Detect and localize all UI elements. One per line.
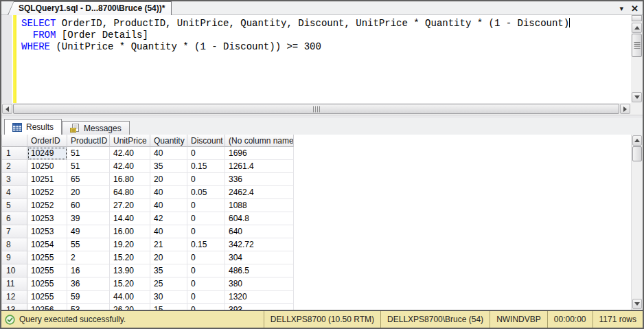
grid-cell[interactable]: 0 (187, 304, 225, 310)
scroll-up-button[interactable] (632, 135, 642, 146)
grid-cell[interactable]: 0 (187, 212, 225, 225)
document-tab[interactable]: SQLQuery1.sql - D...8700\Bruce (54))* (8, 1, 172, 15)
grid-cell[interactable]: 0.15 (187, 238, 225, 251)
grid-cell[interactable]: 10251 (27, 173, 67, 186)
grid-cell[interactable]: 20 (150, 173, 187, 186)
grid-cell[interactable]: 0 (187, 225, 225, 238)
column-header[interactable]: Discount (187, 135, 225, 147)
column-header[interactable]: (No column name) (225, 135, 294, 147)
grid-cell[interactable]: 36 (67, 277, 110, 291)
grid-cell[interactable]: 640 (225, 225, 294, 238)
grid-cell[interactable]: 10253 (27, 225, 67, 238)
grid-cell[interactable]: 21 (150, 238, 187, 251)
grid-cell[interactable]: 42.40 (110, 160, 150, 173)
grid-cell[interactable]: 0.05 (187, 186, 225, 199)
grid-cell[interactable]: 16.80 (110, 173, 150, 186)
grid-cell[interactable]: 0 (187, 147, 225, 160)
grid-cell[interactable]: 15.20 (110, 277, 150, 291)
grid-cell[interactable]: 51 (67, 160, 110, 173)
grid-cell[interactable]: 65 (67, 173, 110, 186)
grid-cell[interactable]: 393 (225, 304, 294, 310)
column-header[interactable]: Quantity (150, 135, 187, 147)
grid-cell[interactable]: 0 (187, 199, 225, 212)
grid-cell[interactable]: 10252 (27, 199, 67, 212)
scroll-track[interactable] (631, 57, 643, 91)
grid-cell[interactable]: 10253 (27, 212, 67, 225)
grid-cell[interactable]: 0 (187, 291, 225, 304)
row-header[interactable]: 10 (2, 264, 27, 277)
grid-corner[interactable] (2, 135, 27, 147)
grid-cell[interactable]: 42.40 (110, 147, 150, 160)
row-header[interactable]: 5 (2, 199, 27, 212)
column-header[interactable]: UnitPrice (110, 135, 150, 147)
row-header[interactable]: 4 (2, 186, 27, 199)
grid-cell[interactable]: 53 (67, 304, 110, 310)
scrollbar-thumb[interactable] (13, 104, 619, 114)
grid-cell[interactable]: 10255 (27, 251, 67, 264)
grid-cell[interactable]: 10254 (27, 238, 67, 251)
scroll-up-button[interactable] (632, 23, 642, 33)
grid-cell[interactable]: 16 (67, 264, 110, 277)
grid-cell[interactable]: 604.8 (225, 212, 294, 225)
grid-cell[interactable]: 40 (150, 186, 187, 199)
row-header[interactable]: 3 (2, 173, 27, 186)
grid-cell[interactable]: 2462.4 (225, 186, 294, 199)
editor-horizontal-scrollbar[interactable] (1, 103, 631, 115)
row-header[interactable]: 6 (2, 212, 27, 225)
grid-cell[interactable]: 336 (225, 173, 294, 186)
grid-cell[interactable]: 0 (187, 173, 225, 186)
grid-cell[interactable]: 20 (67, 186, 110, 199)
active-files-dropdown-icon[interactable]: ▾ (620, 5, 624, 12)
grid-cell[interactable]: 44.00 (110, 291, 150, 304)
grid-cell[interactable]: 15.20 (110, 251, 150, 264)
grid-cell[interactable]: 35 (150, 160, 187, 173)
row-header[interactable]: 9 (2, 251, 27, 264)
grid-cell[interactable]: 380 (225, 277, 294, 291)
grid-cell[interactable]: 25 (150, 277, 187, 291)
grid-cell[interactable]: 30 (150, 291, 187, 304)
scroll-down-button[interactable] (632, 299, 642, 309)
grid-cell[interactable]: 26.20 (110, 304, 150, 310)
grid-cell[interactable]: 10255 (27, 277, 67, 291)
grid-cell[interactable]: 10249 (27, 147, 67, 160)
row-header[interactable]: 13 (2, 304, 27, 310)
scroll-track[interactable] (632, 161, 643, 298)
grid-cell[interactable]: 51 (67, 147, 110, 160)
grid-cell[interactable]: 13.90 (110, 264, 150, 277)
scrollbar-thumb[interactable] (632, 34, 642, 57)
grid-cell[interactable]: 0 (187, 264, 225, 277)
row-header[interactable]: 8 (2, 238, 27, 251)
grid-cell[interactable]: 0 (187, 251, 225, 264)
grid-cell[interactable]: 60 (67, 199, 110, 212)
row-header[interactable]: 12 (2, 291, 27, 304)
grid-cell[interactable]: 304 (225, 251, 294, 264)
grid-cell[interactable]: 39 (67, 212, 110, 225)
grid-cell[interactable]: 1696 (225, 147, 294, 160)
grid-cell[interactable]: 35 (150, 264, 187, 277)
grid-cell[interactable]: 0.15 (187, 160, 225, 173)
tab-results[interactable]: Results (4, 119, 62, 135)
results-vertical-scrollbar[interactable] (631, 135, 643, 310)
grid-cell[interactable]: 2 (67, 251, 110, 264)
grid-cell[interactable]: 0 (187, 277, 225, 291)
tab-messages[interactable]: Messages (62, 121, 130, 135)
grid-cell[interactable]: 1088 (225, 199, 294, 212)
grid-cell[interactable]: 10252 (27, 186, 67, 199)
editor-split-handle[interactable] (632, 15, 642, 21)
grid-cell[interactable]: 14.40 (110, 212, 150, 225)
grid-cell[interactable]: 15 (150, 304, 187, 310)
grid-cell[interactable]: 40 (150, 147, 187, 160)
scroll-left-button[interactable] (2, 104, 12, 114)
row-header[interactable]: 11 (2, 277, 27, 291)
grid-cell[interactable]: 1320 (225, 291, 294, 304)
grid-cell[interactable]: 19.20 (110, 238, 150, 251)
grid-cell[interactable]: 64.80 (110, 186, 150, 199)
row-header[interactable]: 7 (2, 225, 27, 238)
scrollbar-thumb[interactable] (632, 146, 642, 161)
grid-cell[interactable]: 16.00 (110, 225, 150, 238)
code-area[interactable]: SELECT OrderID, ProductID, UnitPrice, Qu… (16, 15, 631, 103)
sql-editor[interactable]: SELECT OrderID, ProductID, UnitPrice, Qu… (1, 15, 643, 103)
grid-cell[interactable]: 1261.4 (225, 160, 294, 173)
grid-cell[interactable]: 49 (67, 225, 110, 238)
scroll-down-button[interactable] (632, 92, 642, 102)
